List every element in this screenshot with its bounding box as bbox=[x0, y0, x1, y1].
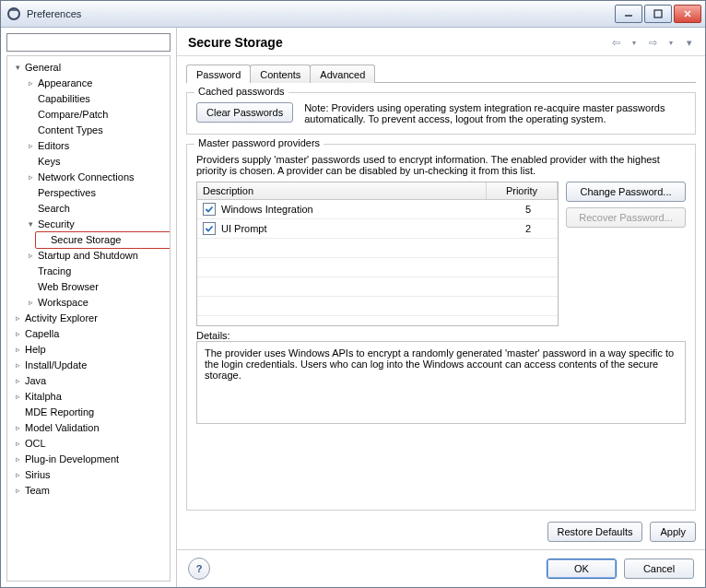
tab-password[interactable]: Password bbox=[186, 65, 251, 83]
provider-row bbox=[197, 297, 558, 316]
provider-row bbox=[197, 316, 558, 325]
provider-row bbox=[197, 277, 558, 297]
tree-item-keys[interactable]: Keys bbox=[24, 154, 170, 170]
tree-item-capabilities[interactable]: Capabilities bbox=[24, 91, 170, 107]
tree-item-kitalpha[interactable]: ▹Kitalpha bbox=[11, 389, 170, 405]
provider-row[interactable]: UI Prompt2 bbox=[197, 219, 558, 239]
tree-item-sirius[interactable]: ▹Sirius bbox=[11, 467, 170, 483]
tree-item-security[interactable]: ▾Security bbox=[24, 217, 170, 232]
tab-advanced[interactable]: Advanced bbox=[310, 65, 375, 83]
right-pane: Secure Storage ⇦▾ ⇨▾ ▾ Password Contents… bbox=[177, 28, 705, 587]
tree-item-perspectives[interactable]: Perspectives bbox=[24, 185, 170, 201]
preferences-window: Preferences ▾General ▹Appearance bbox=[0, 0, 706, 588]
provider-checkbox[interactable] bbox=[203, 222, 216, 235]
help-icon[interactable]: ? bbox=[188, 558, 210, 580]
minimize-button[interactable] bbox=[615, 5, 642, 23]
providers-explain: Providers supply 'master' passwords used… bbox=[196, 154, 686, 176]
tree-item-appearance[interactable]: ▹Appearance bbox=[24, 76, 170, 91]
dialog-footer: ? OK Cancel bbox=[177, 549, 705, 587]
tree-item-java[interactable]: ▹Java bbox=[11, 373, 170, 389]
tree-item-plugin-dev[interactable]: ▹Plug-in Development bbox=[11, 452, 170, 467]
page-title: Secure Storage bbox=[188, 35, 609, 50]
provider-checkbox[interactable] bbox=[203, 203, 216, 216]
tree-item-activity-explorer[interactable]: ▹Activity Explorer bbox=[11, 311, 170, 326]
forward-icon[interactable]: ⇨ bbox=[646, 37, 659, 49]
recover-password-button: Recover Password... bbox=[566, 207, 686, 228]
tree-item-content-types[interactable]: Content Types bbox=[24, 123, 170, 138]
tree-item-startup[interactable]: ▹Startup and Shutdown bbox=[24, 248, 170, 264]
clear-passwords-button[interactable]: Clear Passwords bbox=[196, 102, 293, 123]
tree-item-mde[interactable]: MDE Reporting bbox=[11, 405, 170, 420]
tree-item-network[interactable]: ▹Network Connections bbox=[24, 170, 170, 185]
ok-button[interactable]: OK bbox=[547, 559, 617, 579]
preferences-tree[interactable]: ▾General ▹Appearance Capabilities Compar… bbox=[7, 60, 170, 499]
svg-rect-1 bbox=[654, 10, 662, 18]
col-description[interactable]: Description bbox=[197, 182, 487, 199]
providers-table[interactable]: Description Priority Windows Integration… bbox=[196, 182, 559, 326]
cached-passwords-group: Cached passwords Clear Passwords Note: P… bbox=[186, 92, 696, 135]
change-password-button[interactable]: Change Password... bbox=[566, 182, 686, 202]
tree-item-workspace[interactable]: ▹Workspace bbox=[24, 295, 170, 311]
tree-item-search[interactable]: Search bbox=[24, 201, 170, 217]
tree-item-editors[interactable]: ▹Editors bbox=[24, 138, 170, 154]
tree-item-install[interactable]: ▹Install/Update bbox=[11, 358, 170, 373]
provider-priority: 5 bbox=[499, 204, 558, 215]
tab-contents[interactable]: Contents bbox=[250, 65, 311, 83]
details-text: The provider uses Windows APIs to encryp… bbox=[196, 341, 686, 424]
left-pane: ▾General ▹Appearance Capabilities Compar… bbox=[1, 28, 177, 587]
window-title: Preferences bbox=[27, 8, 615, 19]
provider-row[interactable]: Windows Integration5 bbox=[197, 200, 558, 219]
tree-item-ocl[interactable]: ▹OCL bbox=[11, 436, 170, 452]
cancel-button[interactable]: Cancel bbox=[624, 559, 694, 579]
menu-icon[interactable]: ▾ bbox=[683, 37, 696, 49]
provider-desc: UI Prompt bbox=[221, 223, 267, 234]
tree-item-help[interactable]: ▹Help bbox=[11, 342, 170, 358]
apply-button[interactable]: Apply bbox=[650, 522, 696, 542]
tree-item-compare[interactable]: Compare/Patch bbox=[24, 107, 170, 123]
tree-item-model-validation[interactable]: ▹Model Validation bbox=[11, 420, 170, 436]
tree-item-secure-storage[interactable]: Secure Storage bbox=[37, 232, 170, 248]
filter-input[interactable] bbox=[6, 33, 171, 52]
title-bar: Preferences bbox=[1, 1, 705, 28]
restore-defaults-button[interactable]: Restore Defaults bbox=[547, 522, 643, 542]
tree-item-tracing[interactable]: Tracing bbox=[24, 264, 170, 279]
provider-priority: 2 bbox=[499, 223, 558, 234]
col-priority[interactable]: Priority bbox=[487, 182, 558, 199]
tree-item-team[interactable]: ▹Team bbox=[11, 483, 170, 499]
close-button[interactable] bbox=[674, 5, 701, 23]
provider-row bbox=[197, 239, 558, 258]
tree-item-general[interactable]: ▾General bbox=[11, 60, 170, 76]
tree-item-web-browser[interactable]: Web Browser bbox=[24, 279, 170, 295]
tree-item-capella[interactable]: ▹Capella bbox=[11, 326, 170, 342]
back-icon[interactable]: ⇦ bbox=[609, 37, 622, 49]
providers-group: Master password providers Providers supp… bbox=[186, 144, 696, 511]
details-label: Details: bbox=[196, 330, 686, 341]
provider-desc: Windows Integration bbox=[221, 204, 313, 215]
tab-bar: Password Contents Advanced bbox=[186, 64, 696, 83]
maximize-button[interactable] bbox=[644, 5, 672, 23]
cached-passwords-note: Note: Providers using operating system i… bbox=[304, 102, 686, 124]
providers-legend: Master password providers bbox=[194, 137, 324, 148]
cached-passwords-legend: Cached passwords bbox=[194, 86, 288, 97]
provider-row bbox=[197, 258, 558, 277]
app-icon bbox=[6, 6, 21, 21]
